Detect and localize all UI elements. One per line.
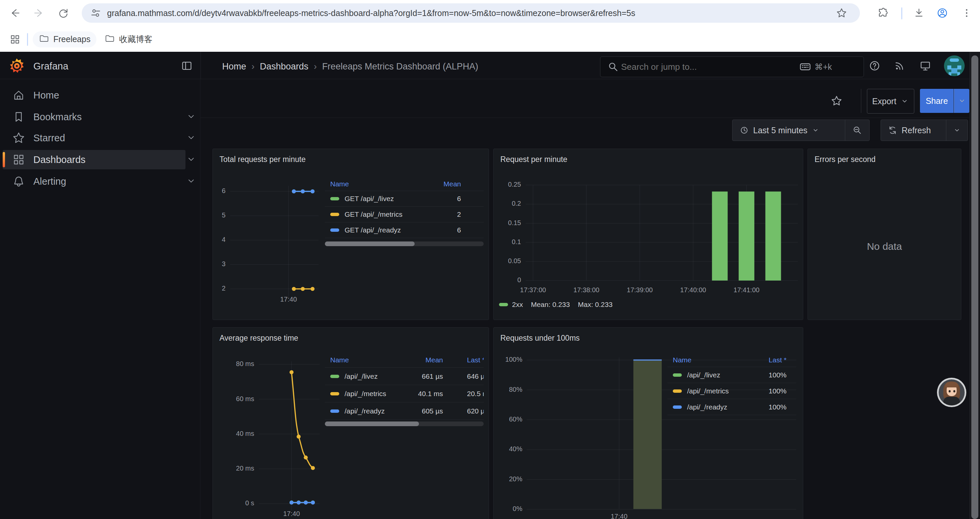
series-name: /api/_/readyz [345, 407, 385, 415]
page-scrollbar-thumb[interactable] [971, 56, 978, 519]
series-value: 6 [407, 226, 484, 234]
user-avatar[interactable] [944, 56, 965, 76]
star-dashboard-icon[interactable] [829, 94, 844, 108]
column-header: Name [673, 356, 692, 364]
legend-table-row[interactable]: /api/_/readyz100% [667, 399, 796, 415]
sidebar-item-alerting[interactable]: Alerting [3, 172, 185, 191]
legend-table-row[interactable]: /api/_/metrics40.1 ms20.5 ms [325, 385, 484, 402]
url-bar[interactable]: grafana.mathmast.com/d/deytv4rwavabkb/fr… [82, 3, 860, 23]
series-value: 100% [740, 387, 796, 395]
export-label: Export [872, 96, 896, 106]
menu-kebab-icon[interactable] [960, 6, 973, 20]
table-hscrollbar-thumb[interactable] [325, 422, 419, 426]
bookmark-star-icon[interactable] [835, 6, 848, 20]
chevron-down-icon[interactable] [185, 175, 197, 187]
sidebar: HomeBookmarksStarredDashboardsAlerting [0, 79, 200, 519]
panel-request-per-minute: Request per minute [493, 149, 803, 320]
sidebar-item-label: Dashboards [33, 154, 85, 165]
legend-table-row[interactable]: GET /api/_/metrics2 [325, 207, 484, 222]
chevron-down-icon [953, 126, 961, 134]
url-text[interactable]: grafana.mathmast.com/d/deytv4rwavabkb/fr… [107, 8, 834, 18]
series-name: /api/_/livez [687, 371, 720, 379]
panel-title[interactable]: Average response time [220, 334, 298, 343]
breadcrumb-item[interactable]: Freeleaps Metrics Dashboard (ALPHA) [322, 61, 478, 72]
no-data-text: No data [808, 241, 961, 252]
legend-table-row[interactable]: GET /api/_/livez6 [325, 191, 484, 207]
export-button[interactable]: Export [867, 89, 914, 113]
folder-icon [104, 34, 115, 45]
apps-grid-icon[interactable] [8, 33, 22, 46]
extensions-icon[interactable] [877, 6, 890, 20]
legend-table-header: NameMeanLast * [325, 353, 484, 368]
sidebar-item-starred[interactable]: Starred [3, 128, 185, 148]
download-icon[interactable] [912, 6, 926, 20]
forward-icon[interactable] [32, 6, 45, 20]
series-name: GET /api/_/readyz [345, 226, 401, 234]
chevron-down-icon[interactable] [185, 111, 197, 123]
table-hscrollbar-thumb[interactable] [325, 241, 415, 246]
table-hscrollbar-track[interactable] [325, 422, 484, 426]
panel-title[interactable]: Errors per second [815, 155, 876, 164]
panel-title[interactable]: Total requests per minute [220, 155, 305, 164]
legend-table-row[interactable]: GET /api/_/readyz6 [325, 222, 484, 238]
reload-icon[interactable] [57, 6, 70, 20]
legend-table-row[interactable]: /api/_/livez100% [667, 367, 796, 383]
breadcrumb-separator: › [314, 61, 317, 72]
panel-title[interactable]: Request per minute [500, 155, 567, 164]
breadcrumb: Home›Dashboards›Freeleaps Metrics Dashbo… [222, 61, 478, 72]
table-hscrollbar-track[interactable] [325, 241, 484, 246]
column-header: Last * [740, 356, 796, 364]
legend-table-row[interactable]: /api/_/readyz605 µs620 µs [325, 402, 484, 420]
folder-icon [39, 34, 49, 45]
legend-table-header: NameLast * [667, 353, 796, 367]
series-name: GET /api/_/metrics [345, 211, 402, 219]
assistant-avatar[interactable] [937, 378, 966, 407]
legend-mean: Mean: 0.233 [531, 300, 570, 308]
site-settings-icon[interactable] [89, 6, 102, 20]
brand-label[interactable]: Grafana [33, 61, 68, 72]
bookmark-item[interactable]: Freeleaps [33, 31, 96, 48]
column-header: Name [330, 356, 349, 364]
dock-menu-icon[interactable] [180, 58, 194, 73]
legend-2xx[interactable]: 2xx Mean: 0.233 Max: 0.233 [499, 300, 612, 310]
news-rss-icon[interactable] [892, 58, 907, 73]
share-dropdown-button[interactable] [954, 89, 969, 113]
refresh-icon [888, 125, 897, 135]
series-value: 620 µs [467, 407, 484, 415]
share-button[interactable]: Share [920, 89, 954, 113]
series-value: 20.5 ms [467, 390, 484, 398]
kiosk-border [200, 118, 969, 118]
grafana-logo[interactable] [9, 57, 25, 74]
legend-swatch [499, 303, 508, 306]
bookmarks-divider [27, 33, 28, 46]
breadcrumb-item[interactable]: Home [222, 61, 246, 72]
refresh-interval-button[interactable] [946, 120, 968, 141]
chevron-down-icon[interactable] [185, 132, 197, 144]
search-input[interactable]: ⌘+k [600, 56, 864, 77]
search-shortcut: ⌘+k [815, 62, 832, 72]
legend-swatch [330, 392, 339, 395]
chevron-down-icon[interactable] [185, 153, 197, 166]
sidebar-item-bookmarks[interactable]: Bookmarks [3, 107, 185, 126]
search-field[interactable] [620, 61, 795, 72]
zoom-out-button[interactable] [845, 120, 869, 141]
sidebar-item-dashboards[interactable]: Dashboards [3, 150, 185, 169]
refresh-button[interactable]: Refresh [881, 120, 946, 141]
profile-icon[interactable] [935, 6, 949, 20]
legend-table-row[interactable]: /api/_/metrics100% [667, 383, 796, 399]
help-icon[interactable] [867, 58, 882, 73]
series-name: /api/_/livez [345, 372, 378, 380]
legend-series-label[interactable]: 2xx [512, 300, 523, 308]
time-range-button[interactable]: Last 5 minutes [732, 120, 845, 141]
legend-table-row[interactable]: /api/_/livez661 µs646 µs [325, 368, 484, 385]
column-header: Last * [467, 356, 484, 364]
bookmark-item[interactable]: 收藏博客 [99, 31, 158, 48]
breadcrumb-item[interactable]: Dashboards [260, 61, 309, 72]
panel-errors-per-second: Errors per second No data [808, 149, 961, 320]
series-value: 605 µs [390, 407, 467, 415]
kiosk-monitor-icon[interactable] [918, 58, 932, 73]
kiosk-divider [861, 89, 861, 113]
sidebar-item-home[interactable]: Home [3, 86, 185, 105]
panel-title[interactable]: Requests under 100ms [500, 334, 580, 343]
back-icon[interactable] [8, 6, 22, 20]
